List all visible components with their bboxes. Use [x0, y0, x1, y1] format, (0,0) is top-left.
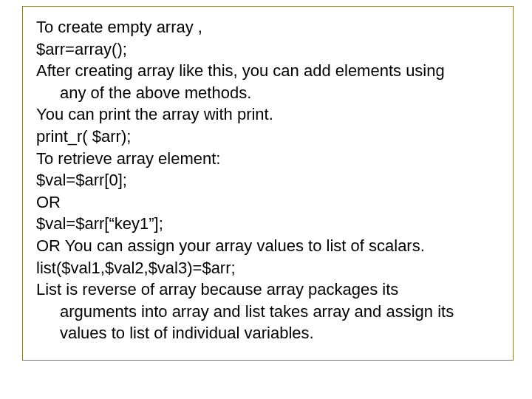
text-line: $arr=array();	[36, 39, 499, 61]
slide: To create empty array , $arr=array(); Af…	[0, 0, 532, 399]
text-line: To retrieve array element:	[36, 149, 499, 170]
text-line-continuation: any of the above methods.	[36, 83, 499, 104]
text-line: print_r( $arr);	[36, 126, 499, 148]
text-line: After creating array like this, you can …	[36, 61, 499, 82]
text-line: OR You can assign your array values to l…	[36, 236, 499, 257]
text-line-continuation: values to list of individual variables.	[36, 323, 499, 344]
text-line: You can print the array with print.	[36, 104, 499, 126]
content-box: To create empty array , $arr=array(); Af…	[22, 6, 514, 361]
text-line: $val=$arr[0];	[36, 170, 499, 191]
text-line: list($val1,$val2,$val3)=$arr;	[36, 258, 499, 279]
text-line: List is reverse of array because array p…	[36, 279, 499, 301]
text-line: To create empty array ,	[36, 17, 499, 38]
text-line: $val=$arr[“key1”];	[36, 214, 499, 235]
text-line-continuation: arguments into array and list takes arra…	[36, 301, 499, 323]
text-line: OR	[36, 192, 499, 214]
